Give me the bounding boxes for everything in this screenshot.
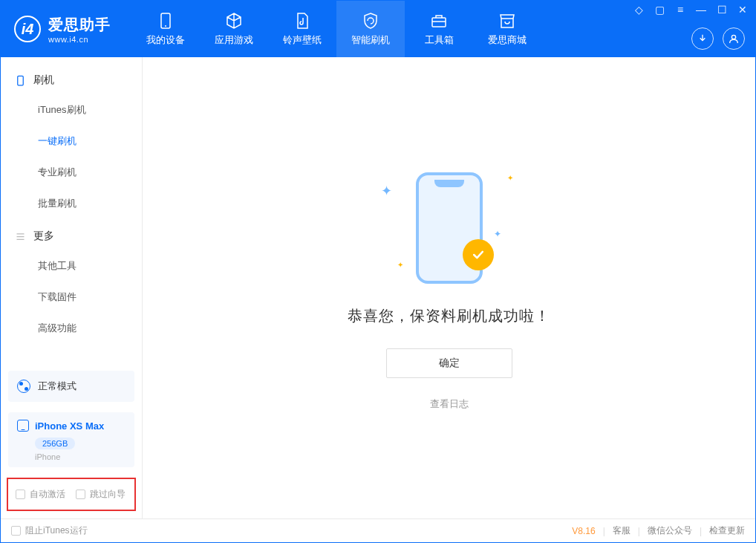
sidebar-group-more: 更多 [1,219,142,250]
checkbox-icon [11,526,21,536]
sidebar-item-batch-flash[interactable]: 批量刷机 [1,188,142,219]
nav-tabs: 我的设备 应用游戏 铃声壁纸 智能刷机 工具箱 爱思商城 [131,1,541,57]
download-button[interactable] [691,27,714,50]
nav-tab-toolbox[interactable]: 工具箱 [405,1,473,57]
sidebar-item-pro-flash[interactable]: 专业刷机 [1,157,142,188]
user-button[interactable] [723,27,745,50]
sidebar-item-download-firmware[interactable]: 下载固件 [1,282,142,313]
svg-rect-4 [17,76,23,85]
mode-block[interactable]: 正常模式 [8,371,134,402]
checkmark-badge-icon [463,239,494,270]
sparkle-icon: ✦ [381,183,392,199]
phone-icon [156,11,175,30]
device-card[interactable]: iPhone XS Max 256GB iPhone [8,412,134,467]
nav-tab-flash[interactable]: 智能刷机 [336,1,405,57]
close-button[interactable]: ✕ [736,4,749,16]
header: i4 爱思助手 www.i4.cn 我的设备 应用游戏 铃声壁纸 智能刷机 [1,1,755,57]
footer-right: V8.16 | 客服 | 微信公众号 | 检查更新 [572,524,745,537]
checkbox-label: 阻止iTunes运行 [25,524,88,537]
separator: | [603,526,605,536]
cube-icon [224,11,244,30]
nav-tab-ringtone[interactable]: 铃声壁纸 [268,1,336,57]
nav-tab-mydevice[interactable]: 我的设备 [131,1,200,57]
sidebar: 刷机 iTunes刷机 一键刷机 专业刷机 批量刷机 更多 其他工具 下载固件 … [1,57,143,518]
device-name: iPhone XS Max [35,420,104,432]
checkbox-auto-activate[interactable]: 自动激活 [16,488,65,501]
app-window: i4 爱思助手 www.i4.cn 我的设备 应用游戏 铃声壁纸 智能刷机 [0,0,756,543]
maximize-button[interactable]: ☐ [715,4,729,16]
nav-label: 爱思商城 [488,33,527,47]
group-title: 刷机 [33,74,54,87]
skin-icon[interactable]: ◇ [632,4,645,16]
nav-label: 铃声壁纸 [283,33,322,47]
separator: | [700,526,702,536]
store-icon [498,11,517,30]
device-phone-icon [17,420,29,432]
app-title: 爱思助手 [48,15,111,35]
nav-label: 我的设备 [146,33,185,47]
toolbox-icon [429,11,449,30]
device-name-row: iPhone XS Max [17,420,126,432]
sidebar-item-other-tools[interactable]: 其他工具 [1,250,142,282]
checkbox-label: 跳过向导 [90,488,126,501]
main-content: ✦ ✦ ✦ ✦ 恭喜您，保资料刷机成功啦！ 确定 查看日志 [143,57,755,518]
svg-point-3 [731,35,735,39]
separator: | [638,526,640,536]
logo-text: 爱思助手 www.i4.cn [48,15,111,44]
nav-tab-store[interactable]: 爱思商城 [473,1,541,57]
checkbox-icon [76,490,85,499]
footer-link-update[interactable]: 检查更新 [709,524,745,537]
shield-refresh-icon [361,11,380,30]
checkbox-icon [16,490,25,499]
success-title: 恭喜您，保资料刷机成功啦！ [348,306,550,326]
nav-tab-apps[interactable]: 应用游戏 [200,1,268,57]
svg-rect-2 [432,18,446,27]
sidebar-options-highlight: 自动激活 跳过向导 [7,478,136,511]
sidebar-group-flash: 刷机 [1,63,142,94]
checkbox-label: 自动激活 [30,488,65,501]
success-illustration: ✦ ✦ ✦ ✦ [375,165,524,291]
music-file-icon [293,11,312,30]
window-controls: ◇ ▢ ≡ — ☐ ✕ [632,4,749,16]
storage-badge: 256GB [35,438,75,449]
nav-label: 应用游戏 [215,33,253,47]
sparkle-icon: ✦ [507,174,513,182]
logo-area: i4 爱思助手 www.i4.cn [1,1,124,57]
sidebar-item-itunes-flash[interactable]: iTunes刷机 [1,94,142,126]
menu-icon[interactable]: ≡ [674,4,687,16]
phone-small-icon [14,74,26,86]
mode-label: 正常模式 [38,380,76,393]
nav-label: 工具箱 [425,33,454,47]
group-title: 更多 [33,230,54,243]
confirm-button[interactable]: 确定 [386,348,512,378]
view-log-link[interactable]: 查看日志 [430,397,469,411]
version-label: V8.16 [572,526,595,536]
header-actions [691,27,745,50]
nav-label: 智能刷机 [351,33,390,47]
list-icon [14,230,26,242]
sparkle-icon: ✦ [494,229,501,239]
sidebar-item-advanced[interactable]: 高级功能 [1,313,142,344]
checkbox-skip-guide[interactable]: 跳过向导 [76,488,126,501]
logo-icon: i4 [14,16,41,42]
sidebar-scroll[interactable]: 刷机 iTunes刷机 一键刷机 专业刷机 批量刷机 更多 其他工具 下载固件 … [1,57,142,371]
minimize-button[interactable]: — [694,4,708,16]
device-type: iPhone [35,452,126,461]
checkbox-block-itunes[interactable]: 阻止iTunes运行 [11,524,88,537]
sparkle-icon: ✦ [397,261,403,269]
footer: 阻止iTunes运行 V8.16 | 客服 | 微信公众号 | 检查更新 [1,518,755,542]
feedback-icon[interactable]: ▢ [653,4,666,16]
sidebar-item-oneclick-flash[interactable]: 一键刷机 [1,126,142,157]
footer-link-wechat[interactable]: 微信公众号 [648,524,692,537]
mode-icon [17,380,30,393]
svg-point-1 [165,25,166,27]
app-subtitle: www.i4.cn [48,35,111,44]
body: 刷机 iTunes刷机 一键刷机 专业刷机 批量刷机 更多 其他工具 下载固件 … [1,57,755,518]
footer-link-support[interactable]: 客服 [613,524,630,537]
